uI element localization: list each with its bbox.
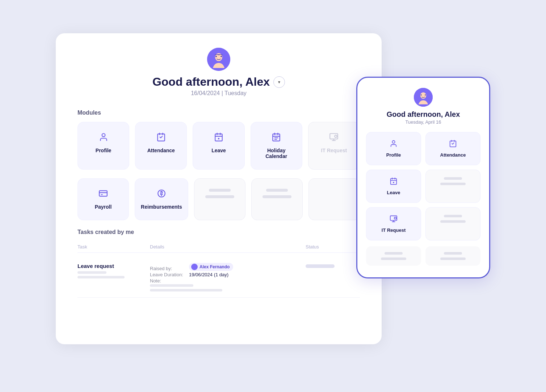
svg-rect-35 (391, 179, 397, 185)
module-payroll[interactable]: Payroll (77, 178, 129, 220)
module-attendance[interactable]: Attendance (135, 122, 187, 170)
mobile-module-disabled-1 (425, 170, 480, 203)
mobile-modules-grid: Profile Attendance (366, 132, 480, 240)
it-request-icon (329, 132, 339, 144)
mobile-leave-icon (390, 177, 398, 187)
leave-duration-value: 19/06/2024 (1 day) (189, 272, 228, 277)
svg-point-39 (393, 182, 394, 183)
placeholder-bar-2 (205, 195, 234, 198)
main-desktop-card: Good afternoon, Alex ▾ 16/04/2024 | Tues… (56, 33, 382, 344)
leave-icon (214, 132, 223, 144)
placeholder-bar-3 (266, 189, 288, 192)
module-holiday-calendar[interactable]: Holiday Calendar (251, 122, 302, 170)
mobile-module-leave[interactable]: Leave (366, 170, 421, 203)
profile-label: Profile (96, 148, 112, 153)
mobile-placeholder-1 (444, 177, 462, 180)
mobile-bottom-card-1 (366, 246, 421, 266)
mobile-module-attendance[interactable]: Attendance (425, 132, 480, 165)
date-text: 16/04/2024 | Tuesday (77, 90, 360, 97)
note-placeholder-1 (150, 284, 193, 287)
module-leave[interactable]: Leave (193, 122, 244, 170)
it-request-label: IT Request (321, 148, 347, 153)
mobile-bottom-section (366, 246, 480, 266)
svg-point-29 (421, 94, 422, 95)
mobile-module-profile[interactable]: Profile (366, 132, 421, 165)
svg-rect-19 (330, 133, 338, 139)
reimbursements-icon (157, 189, 166, 200)
mobile-bottom-placeholder-2 (381, 257, 406, 260)
svg-point-31 (392, 141, 395, 143)
mobile-bottom-placeholder-3 (444, 252, 462, 255)
avatar (207, 48, 230, 71)
mobile-bottom-card-2 (425, 246, 480, 266)
task-name-cell: Leave request (77, 263, 150, 278)
holiday-calendar-icon (272, 132, 281, 144)
mobile-placeholder-2 (440, 183, 466, 185)
mobile-it-request-label: IT Request (382, 227, 406, 233)
assignee-name: Alex Fernando (200, 264, 230, 269)
task-placeholder-2 (77, 276, 125, 278)
mobile-date: Tuesday, April 16 (366, 119, 480, 125)
module-it-request[interactable]: IT Request (308, 122, 360, 170)
mobile-it-request-icon (390, 215, 398, 225)
task-status-cell (306, 263, 360, 268)
mobile-bottom-placeholder-4 (440, 257, 466, 260)
mobile-module-it-request[interactable]: IT Request (366, 207, 421, 240)
table-row: Leave request Raised by: Alex Fernando (77, 257, 360, 298)
tasks-section: Tasks created by me Task Details Status … (77, 229, 360, 298)
leave-duration-label: Leave Duration: (150, 272, 186, 277)
svg-point-2 (215, 56, 217, 57)
mobile-profile-label: Profile (386, 152, 401, 158)
greeting-text: Good afternoon, Alex (152, 75, 270, 89)
task-name: Leave request (77, 263, 150, 269)
tasks-title: Tasks created by me (77, 229, 360, 235)
attendance-label: Attendance (147, 148, 175, 153)
svg-point-22 (335, 135, 337, 138)
mobile-avatar (414, 88, 433, 107)
placeholder-bar-1 (209, 189, 231, 192)
module-profile[interactable]: Profile (77, 122, 129, 170)
module-reimbursements[interactable]: Reimbursements (135, 178, 188, 220)
svg-point-12 (218, 138, 219, 139)
svg-point-3 (220, 56, 222, 57)
mobile-greeting: Good afternoon, Alex (366, 110, 480, 119)
note-placeholder-2 (150, 289, 222, 291)
placeholder-bar-4 (262, 195, 291, 198)
tasks-col-task: Task (77, 244, 150, 250)
assignee-avatar (191, 264, 198, 270)
header: Good afternoon, Alex ▾ 16/04/2024 | Tues… (77, 48, 360, 97)
greeting-dropdown-button[interactable]: ▾ (273, 76, 285, 88)
mobile-placeholder-3 (444, 215, 462, 217)
note-label: Note: (150, 278, 186, 284)
status-pill (306, 264, 335, 268)
attendance-icon (156, 132, 166, 144)
svg-point-30 (425, 94, 426, 95)
page-wrapper: Good afternoon, Alex ▾ 16/04/2024 | Tues… (56, 33, 490, 359)
assignee-chip: Alex Fernando (189, 263, 233, 271)
mobile-attendance-icon (449, 140, 457, 149)
profile-icon (99, 132, 108, 144)
payroll-label: Payroll (95, 204, 112, 210)
svg-point-4 (102, 133, 105, 137)
mobile-bottom-placeholder-1 (385, 252, 403, 255)
mobile-module-disabled-2 (425, 207, 480, 240)
module-disabled-1 (194, 178, 245, 220)
tasks-header: Task Details Status (77, 241, 360, 253)
svg-rect-23 (99, 191, 107, 196)
task-details-cell: Raised by: Alex Fernando Leave Duration:… (150, 263, 306, 291)
mobile-leave-label: Leave (387, 190, 400, 195)
mobile-attendance-label: Attendance (440, 152, 466, 158)
holiday-calendar-label: Holiday Calendar (257, 148, 296, 159)
tasks-table: Task Details Status Leave request Raised… (77, 241, 360, 298)
reimbursements-label: Reimbursements (141, 204, 182, 210)
modules-grid-row1: Profile Attendance (77, 122, 360, 170)
mobile-card: Good afternoon, Alex Tuesday, April 16 P… (356, 77, 490, 278)
raised-by-label: Raised by: (150, 266, 186, 271)
svg-rect-40 (390, 216, 397, 221)
module-disabled-3 (308, 178, 360, 220)
payroll-icon (98, 189, 108, 200)
tasks-col-status: Status (306, 244, 360, 250)
modules-title: Modules (77, 110, 360, 116)
raised-by-row: Raised by: Alex Fernando (150, 263, 306, 271)
tasks-col-details: Details (150, 244, 306, 250)
